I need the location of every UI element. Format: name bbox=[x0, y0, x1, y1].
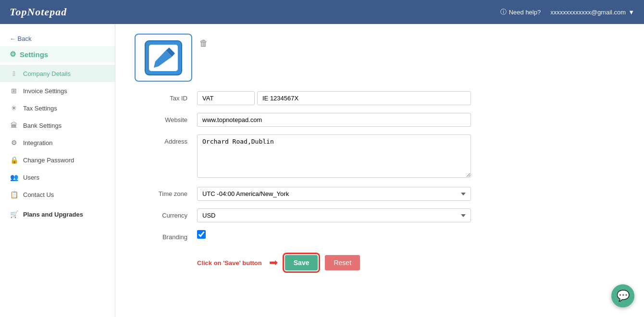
header: TopNotepad ⓘ Need help? xxxxxxxxxxxxx@gm… bbox=[0, 0, 644, 24]
timezone-row: Time zone UTC -04:00 America/New_York bbox=[135, 187, 625, 201]
invoice-settings-icon: ⊞ bbox=[10, 86, 18, 95]
settings-section-header: ⚙ Settings bbox=[0, 46, 115, 62]
main-layout: ← Back ⚙ Settings  Company Details ⊞ In… bbox=[0, 24, 644, 317]
save-hint-text: Click on 'Save' button bbox=[197, 259, 262, 267]
logo-svg bbox=[144, 40, 183, 76]
currency-select[interactable]: USD bbox=[197, 208, 471, 222]
sidebar-item-label: Integration bbox=[23, 139, 52, 146]
sidebar-item-integration[interactable]: ⚙ Integration bbox=[0, 134, 115, 151]
dropdown-arrow-icon: ▼ bbox=[628, 9, 634, 16]
header-right: ⓘ Need help? xxxxxxxxxxxxx@gmail.com ▼ bbox=[500, 8, 634, 16]
app-logo: TopNotepad bbox=[10, 6, 67, 18]
sidebar-item-label: Bank Settings bbox=[23, 122, 62, 129]
company-logo bbox=[135, 34, 192, 82]
arrow-hint-icon: ➡ bbox=[269, 256, 278, 269]
plans-icon: 🛒 bbox=[10, 210, 18, 219]
sidebar-item-tax-settings[interactable]: ✳ Tax Settings bbox=[0, 99, 115, 117]
address-row: Address bbox=[135, 134, 625, 179]
tax-id-row: Tax ID bbox=[135, 91, 625, 105]
change-password-icon: 🔒 bbox=[10, 156, 18, 164]
sidebar-item-label: Change Password bbox=[23, 157, 74, 164]
reset-button[interactable]: Reset bbox=[325, 255, 360, 270]
sidebar-item-label: Tax Settings bbox=[23, 105, 57, 112]
address-field bbox=[197, 134, 471, 179]
sidebar-item-contact-us[interactable]: 📋 Contact Us bbox=[0, 186, 115, 203]
help-icon: ⓘ bbox=[500, 8, 507, 16]
sidebar-item-invoice-settings[interactable]: ⊞ Invoice Settings bbox=[0, 82, 115, 99]
timezone-field: UTC -04:00 America/New_York bbox=[197, 187, 471, 201]
company-details-icon:  bbox=[10, 69, 18, 78]
sidebar: ← Back ⚙ Settings  Company Details ⊞ In… bbox=[0, 24, 115, 317]
logo-area: 🗑 bbox=[135, 34, 625, 82]
timezone-label: Time zone bbox=[135, 187, 197, 197]
branding-label: Branding bbox=[135, 230, 197, 241]
bank-settings-icon: 🏛 bbox=[10, 121, 18, 130]
sidebar-item-bank-settings[interactable]: 🏛 Bank Settings bbox=[0, 117, 115, 134]
settings-icon: ⚙ bbox=[10, 50, 16, 59]
users-icon: 👥 bbox=[10, 173, 18, 182]
sidebar-item-label: Users bbox=[23, 174, 39, 181]
website-label: Website bbox=[135, 113, 197, 123]
chat-support-button[interactable]: 💬 bbox=[611, 284, 634, 307]
currency-field: USD bbox=[197, 208, 471, 222]
tax-id-label: Tax ID bbox=[135, 91, 197, 102]
contact-us-icon: 📋 bbox=[10, 190, 18, 199]
sidebar-item-users[interactable]: 👥 Users bbox=[0, 169, 115, 186]
delete-logo-button[interactable]: 🗑 bbox=[199, 38, 208, 49]
sidebar-item-change-password[interactable]: 🔒 Change Password bbox=[0, 151, 115, 169]
tax-id-fields bbox=[197, 91, 471, 105]
sidebar-item-label: Invoice Settings bbox=[23, 87, 67, 95]
sidebar-plans-label: Plans and Upgrades bbox=[23, 211, 83, 218]
save-button[interactable]: Save bbox=[285, 255, 318, 270]
chat-icon: 💬 bbox=[617, 290, 630, 302]
sidebar-item-plans[interactable]: 🛒 Plans and Upgrades bbox=[0, 206, 115, 223]
website-row: Website bbox=[135, 113, 625, 127]
sidebar-item-label: Contact Us bbox=[23, 191, 54, 198]
branding-field bbox=[197, 230, 471, 240]
website-input[interactable] bbox=[197, 113, 471, 127]
branding-row: Branding bbox=[135, 230, 625, 241]
main-content: 🗑 Tax ID Website Address Time zon bbox=[115, 24, 644, 317]
website-field bbox=[197, 113, 471, 127]
back-button[interactable]: ← Back bbox=[0, 31, 115, 46]
address-textarea[interactable] bbox=[197, 134, 471, 178]
currency-label: Currency bbox=[135, 208, 197, 219]
sidebar-item-label: Company Details bbox=[23, 70, 71, 77]
tax-number-input[interactable] bbox=[257, 91, 471, 105]
sidebar-item-company-details[interactable]:  Company Details bbox=[0, 65, 115, 82]
tax-settings-icon: ✳ bbox=[10, 104, 18, 112]
tax-type-input[interactable] bbox=[197, 91, 255, 105]
user-email-menu[interactable]: xxxxxxxxxxxxx@gmail.com ▼ bbox=[550, 9, 634, 16]
timezone-select[interactable]: UTC -04:00 America/New_York bbox=[197, 187, 471, 201]
currency-row: Currency USD bbox=[135, 208, 625, 222]
integration-icon: ⚙ bbox=[10, 138, 18, 147]
bottom-actions: Click on 'Save' button ➡ Save Reset bbox=[135, 255, 625, 270]
branding-checkbox[interactable] bbox=[197, 230, 206, 239]
help-link[interactable]: ⓘ Need help? bbox=[500, 8, 541, 16]
address-label: Address bbox=[135, 134, 197, 145]
